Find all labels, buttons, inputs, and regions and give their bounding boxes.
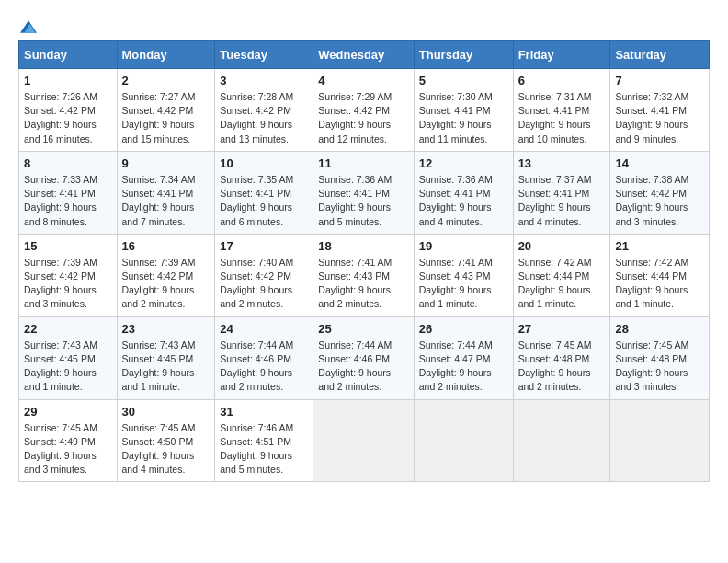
day-detail: Sunrise: 7:41 AM Sunset: 4:43 PM Dayligh… <box>419 256 508 312</box>
day-detail: Sunrise: 7:33 AM Sunset: 4:41 PM Dayligh… <box>24 173 112 229</box>
day-detail: Sunrise: 7:41 AM Sunset: 4:43 PM Dayligh… <box>318 256 408 312</box>
calendar-header-saturday: Saturday <box>610 41 710 69</box>
day-number: 24 <box>220 322 308 336</box>
day-number: 27 <box>518 322 606 336</box>
day-number: 31 <box>220 405 308 419</box>
day-number: 23 <box>122 322 210 336</box>
day-detail: Sunrise: 7:45 AM Sunset: 4:48 PM Dayligh… <box>615 339 704 395</box>
day-detail: Sunrise: 7:42 AM Sunset: 4:44 PM Dayligh… <box>615 256 704 312</box>
day-number: 18 <box>318 239 408 253</box>
day-number: 4 <box>318 74 408 87</box>
calendar-cell: 16 Sunrise: 7:39 AM Sunset: 4:42 PM Dayl… <box>117 234 215 316</box>
day-detail: Sunrise: 7:42 AM Sunset: 4:44 PM Dayligh… <box>518 256 606 312</box>
calendar-cell <box>313 399 414 482</box>
day-detail: Sunrise: 7:45 AM Sunset: 4:50 PM Dayligh… <box>122 421 210 477</box>
calendar-week-1: 1 Sunrise: 7:26 AM Sunset: 4:42 PM Dayli… <box>19 69 710 152</box>
calendar-cell: 29 Sunrise: 7:45 AM Sunset: 4:49 PM Dayl… <box>19 399 118 482</box>
calendar-week-3: 15 Sunrise: 7:39 AM Sunset: 4:42 PM Dayl… <box>19 234 710 316</box>
day-detail: Sunrise: 7:35 AM Sunset: 4:41 PM Dayligh… <box>220 173 308 229</box>
day-number: 2 <box>122 74 210 87</box>
day-number: 12 <box>419 156 508 170</box>
calendar-cell: 10 Sunrise: 7:35 AM Sunset: 4:41 PM Dayl… <box>215 151 313 234</box>
calendar-cell: 13 Sunrise: 7:37 AM Sunset: 4:41 PM Dayl… <box>513 151 610 234</box>
day-detail: Sunrise: 7:43 AM Sunset: 4:45 PM Dayligh… <box>24 339 112 395</box>
calendar-cell: 25 Sunrise: 7:44 AM Sunset: 4:46 PM Dayl… <box>313 316 414 399</box>
day-number: 9 <box>122 156 210 170</box>
calendar-week-2: 8 Sunrise: 7:33 AM Sunset: 4:41 PM Dayli… <box>19 151 710 234</box>
calendar-header-row: SundayMondayTuesdayWednesdayThursdayFrid… <box>19 41 710 69</box>
day-number: 20 <box>518 239 606 253</box>
day-detail: Sunrise: 7:46 AM Sunset: 4:51 PM Dayligh… <box>220 421 308 477</box>
day-number: 17 <box>220 239 308 253</box>
day-detail: Sunrise: 7:27 AM Sunset: 4:42 PM Dayligh… <box>122 90 210 146</box>
day-detail: Sunrise: 7:26 AM Sunset: 4:42 PM Dayligh… <box>24 90 112 146</box>
day-detail: Sunrise: 7:32 AM Sunset: 4:41 PM Dayligh… <box>615 90 704 146</box>
day-detail: Sunrise: 7:31 AM Sunset: 4:41 PM Dayligh… <box>518 90 606 146</box>
calendar-cell: 1 Sunrise: 7:26 AM Sunset: 4:42 PM Dayli… <box>19 69 118 152</box>
calendar-cell: 17 Sunrise: 7:40 AM Sunset: 4:42 PM Dayl… <box>215 234 313 316</box>
calendar-cell: 27 Sunrise: 7:45 AM Sunset: 4:48 PM Dayl… <box>513 316 610 399</box>
calendar-cell: 4 Sunrise: 7:29 AM Sunset: 4:42 PM Dayli… <box>313 69 414 152</box>
day-number: 8 <box>24 156 112 170</box>
day-number: 11 <box>318 156 408 170</box>
day-detail: Sunrise: 7:30 AM Sunset: 4:41 PM Dayligh… <box>419 90 508 146</box>
day-number: 26 <box>419 322 508 336</box>
day-number: 21 <box>615 239 704 253</box>
day-detail: Sunrise: 7:43 AM Sunset: 4:45 PM Dayligh… <box>122 339 210 395</box>
day-number: 6 <box>518 74 606 87</box>
calendar-cell: 9 Sunrise: 7:34 AM Sunset: 4:41 PM Dayli… <box>117 151 215 234</box>
page-header <box>18 18 710 31</box>
day-number: 29 <box>24 405 112 419</box>
calendar-cell: 30 Sunrise: 7:45 AM Sunset: 4:50 PM Dayl… <box>117 399 215 482</box>
day-detail: Sunrise: 7:37 AM Sunset: 4:41 PM Dayligh… <box>518 173 606 229</box>
calendar-cell: 14 Sunrise: 7:38 AM Sunset: 4:42 PM Dayl… <box>610 151 710 234</box>
calendar-header-monday: Monday <box>117 41 215 69</box>
day-detail: Sunrise: 7:40 AM Sunset: 4:42 PM Dayligh… <box>220 256 308 312</box>
day-number: 5 <box>419 74 508 87</box>
day-detail: Sunrise: 7:44 AM Sunset: 4:46 PM Dayligh… <box>318 339 408 395</box>
calendar-week-5: 29 Sunrise: 7:45 AM Sunset: 4:49 PM Dayl… <box>19 399 710 482</box>
day-detail: Sunrise: 7:39 AM Sunset: 4:42 PM Dayligh… <box>122 256 210 312</box>
day-detail: Sunrise: 7:34 AM Sunset: 4:41 PM Dayligh… <box>122 173 210 229</box>
day-detail: Sunrise: 7:36 AM Sunset: 4:41 PM Dayligh… <box>419 173 508 229</box>
calendar-cell: 24 Sunrise: 7:44 AM Sunset: 4:46 PM Dayl… <box>215 316 313 399</box>
day-number: 25 <box>318 322 408 336</box>
day-detail: Sunrise: 7:45 AM Sunset: 4:49 PM Dayligh… <box>24 421 112 477</box>
day-number: 15 <box>24 239 112 253</box>
day-number: 19 <box>419 239 508 253</box>
calendar-cell: 2 Sunrise: 7:27 AM Sunset: 4:42 PM Dayli… <box>117 69 215 152</box>
calendar-cell: 7 Sunrise: 7:32 AM Sunset: 4:41 PM Dayli… <box>610 69 710 152</box>
calendar-cell <box>610 399 710 482</box>
calendar-cell: 18 Sunrise: 7:41 AM Sunset: 4:43 PM Dayl… <box>313 234 414 316</box>
calendar-cell: 6 Sunrise: 7:31 AM Sunset: 4:41 PM Dayli… <box>513 69 610 152</box>
calendar-cell: 15 Sunrise: 7:39 AM Sunset: 4:42 PM Dayl… <box>19 234 118 316</box>
calendar-cell <box>414 399 513 482</box>
day-number: 1 <box>24 74 112 87</box>
day-detail: Sunrise: 7:29 AM Sunset: 4:42 PM Dayligh… <box>318 90 408 146</box>
logo-icon <box>20 18 37 35</box>
calendar-cell: 23 Sunrise: 7:43 AM Sunset: 4:45 PM Dayl… <box>117 316 215 399</box>
calendar-cell: 31 Sunrise: 7:46 AM Sunset: 4:51 PM Dayl… <box>215 399 313 482</box>
calendar-cell: 20 Sunrise: 7:42 AM Sunset: 4:44 PM Dayl… <box>513 234 610 316</box>
calendar-week-4: 22 Sunrise: 7:43 AM Sunset: 4:45 PM Dayl… <box>19 316 710 399</box>
day-number: 22 <box>24 322 112 336</box>
calendar-table: SundayMondayTuesdayWednesdayThursdayFrid… <box>18 40 710 482</box>
calendar-cell <box>513 399 610 482</box>
day-number: 28 <box>615 322 704 336</box>
day-number: 13 <box>518 156 606 170</box>
day-detail: Sunrise: 7:44 AM Sunset: 4:47 PM Dayligh… <box>419 339 508 395</box>
day-number: 10 <box>220 156 308 170</box>
calendar-cell: 21 Sunrise: 7:42 AM Sunset: 4:44 PM Dayl… <box>610 234 710 316</box>
calendar-cell: 22 Sunrise: 7:43 AM Sunset: 4:45 PM Dayl… <box>19 316 118 399</box>
day-number: 7 <box>615 74 704 87</box>
calendar-cell: 5 Sunrise: 7:30 AM Sunset: 4:41 PM Dayli… <box>414 69 513 152</box>
calendar-header-thursday: Thursday <box>414 41 513 69</box>
day-detail: Sunrise: 7:36 AM Sunset: 4:41 PM Dayligh… <box>318 173 408 229</box>
calendar-header-wednesday: Wednesday <box>313 41 414 69</box>
day-detail: Sunrise: 7:38 AM Sunset: 4:42 PM Dayligh… <box>615 173 704 229</box>
day-detail: Sunrise: 7:44 AM Sunset: 4:46 PM Dayligh… <box>220 339 308 395</box>
day-number: 30 <box>122 405 210 419</box>
day-detail: Sunrise: 7:45 AM Sunset: 4:48 PM Dayligh… <box>518 339 606 395</box>
day-number: 3 <box>220 74 308 87</box>
calendar-cell: 28 Sunrise: 7:45 AM Sunset: 4:48 PM Dayl… <box>610 316 710 399</box>
